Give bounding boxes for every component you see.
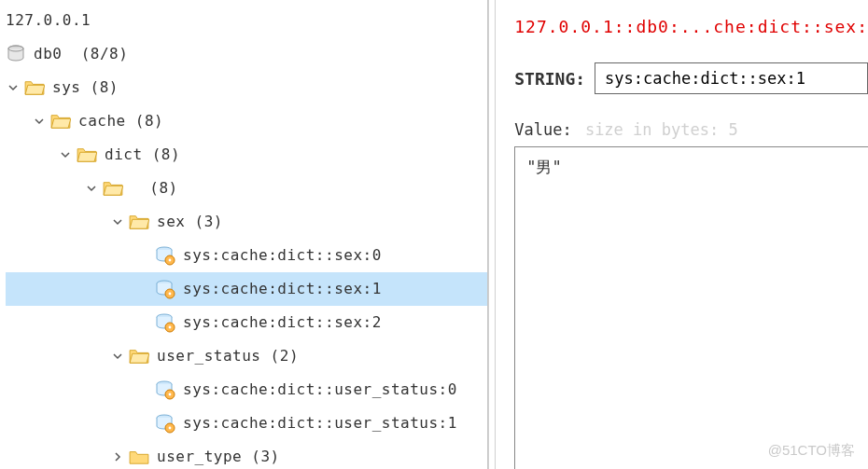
key-icon [155, 245, 175, 266]
svg-point-7 [169, 293, 172, 296]
svg-point-13 [169, 393, 172, 396]
tree-node-user-status[interactable]: user_status (2) [6, 339, 487, 373]
value-size-hint: size in bytes: 5 [585, 120, 738, 139]
pane-divider[interactable] [488, 0, 497, 469]
tree-node-user-type[interactable]: user_type (3) [6, 440, 487, 469]
tree-node-unnamed[interactable]: (8) [6, 172, 487, 205]
tree-node-dict[interactable]: dict (8) [6, 138, 487, 172]
tree-node-db[interactable]: db0 (8/8) [6, 37, 487, 71]
key-label: sys:cache:dict::user_status:1 [183, 407, 457, 440]
key-name-input[interactable] [595, 62, 868, 94]
key-tree[interactable]: 127.0.0.1 db0 (8/8) sys (8) [0, 0, 488, 469]
chevron-right-icon[interactable] [110, 452, 125, 462]
folder-label: dict (8) [105, 138, 180, 172]
tree-node-sex[interactable]: sex (3) [6, 205, 487, 239]
key-label: sys:cache:dict::sex:1 [183, 272, 382, 306]
key-icon [155, 413, 175, 434]
value-label: Value: [514, 120, 571, 139]
tree-key-item[interactable]: sys:cache:dict::user_status:1 [6, 407, 487, 440]
breadcrumb: 127.0.0.1::db0:...che:dict::sex: [514, 17, 868, 36]
folder-label: (8) [131, 172, 178, 205]
key-icon [155, 279, 175, 299]
value-textarea[interactable]: "男" [514, 146, 868, 469]
folder-open-icon [103, 178, 123, 199]
folder-open-icon [129, 346, 149, 366]
key-label: sys:cache:dict::sex:2 [183, 306, 382, 339]
tree-key-item[interactable]: sys:cache:dict::user_status:0 [6, 373, 487, 407]
chevron-down-icon[interactable] [58, 150, 73, 159]
tree-key-item[interactable]: sys:cache:dict::sex:0 [6, 239, 487, 272]
svg-point-10 [169, 326, 172, 329]
folder-label: user_type (3) [157, 440, 280, 469]
tree-node-cache[interactable]: cache (8) [6, 104, 487, 138]
folder-icon [129, 447, 149, 467]
key-label: sys:cache:dict::user_status:0 [183, 373, 457, 407]
chevron-down-icon[interactable] [110, 217, 125, 227]
key-label: sys:cache:dict::sex:0 [183, 239, 382, 272]
svg-point-16 [169, 427, 172, 430]
detail-pane: 127.0.0.1::db0:...che:dict::sex: STRING:… [496, 0, 868, 469]
folder-label: sex (3) [157, 205, 223, 239]
host-label: 127.0.0.1 [6, 4, 91, 37]
folder-open-icon [24, 77, 45, 98]
key-icon [155, 312, 175, 333]
chevron-down-icon[interactable] [110, 352, 125, 361]
folder-open-icon [50, 111, 71, 131]
folder-open-icon [129, 212, 149, 232]
key-icon [155, 379, 175, 400]
type-label: STRING: [514, 69, 585, 89]
folder-open-icon [77, 145, 97, 165]
db-label: db0 (8/8) [34, 37, 128, 71]
folder-label: cache (8) [78, 104, 163, 138]
folder-label: sys (8) [52, 71, 119, 104]
tree-node-sys[interactable]: sys (8) [6, 71, 487, 104]
database-icon [6, 44, 26, 64]
tree-node-host[interactable]: 127.0.0.1 [6, 4, 487, 37]
tree-key-item[interactable]: sys:cache:dict::sex:2 [6, 306, 487, 339]
chevron-down-icon[interactable] [84, 184, 99, 193]
folder-label: user_status (2) [157, 339, 299, 373]
svg-point-4 [169, 259, 172, 262]
chevron-down-icon[interactable] [32, 117, 47, 126]
value-content: "男" [526, 158, 561, 176]
chevron-down-icon[interactable] [6, 83, 21, 92]
tree-key-item-selected[interactable]: sys:cache:dict::sex:1 [6, 272, 487, 306]
